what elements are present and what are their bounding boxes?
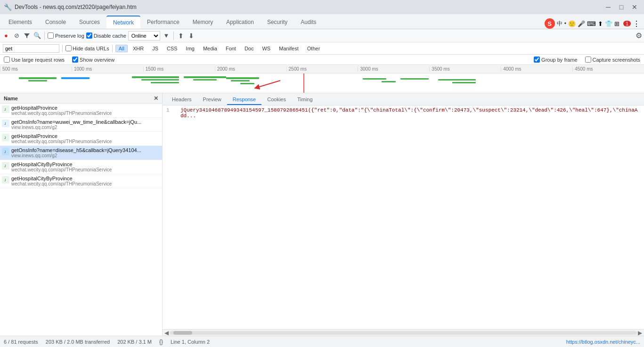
svg-text:J: J xyxy=(4,150,6,153)
use-large-rows-checkbox[interactable] xyxy=(4,56,10,63)
svg-rect-9 xyxy=(231,80,250,81)
hide-data-urls-label[interactable]: Hide data URLs xyxy=(65,45,109,51)
filter-other[interactable]: Other xyxy=(304,45,324,52)
mark-1000: 1000 ms xyxy=(72,66,143,72)
tab-application[interactable]: Application xyxy=(220,16,261,29)
tab-memory[interactable]: Memory xyxy=(186,16,220,29)
response-line: 1 jQuery341046878949343154597_1580792865… xyxy=(166,107,640,119)
hide-data-urls-checkbox[interactable] xyxy=(65,45,72,51)
filter-font[interactable]: Font xyxy=(222,45,239,52)
request-item[interactable]: J getHospitalProvince wechat.wecity.qq.c… xyxy=(0,132,162,146)
request-item[interactable]: J getHospitalProvince wechat.wecity.qq.c… xyxy=(0,104,162,118)
detail-tab-timing[interactable]: Timing xyxy=(292,95,318,105)
timeline-ruler: 500 ms 1000 ms 1500 ms 2000 ms 2500 ms 3… xyxy=(0,65,644,73)
close-detail-btn[interactable]: ✕ xyxy=(154,95,158,102)
request-item[interactable]: J getHospitalCityByProvince wechat.wecit… xyxy=(0,160,162,174)
request-icon: J xyxy=(2,105,9,113)
mark-500: 500 ms xyxy=(0,66,72,72)
filter-doc[interactable]: Doc xyxy=(241,45,257,52)
ext-icon-cn: 中 xyxy=(557,20,562,28)
tab-security[interactable]: Security xyxy=(261,16,294,29)
record-button[interactable]: ● xyxy=(2,32,10,40)
show-overview-label[interactable]: Show overview xyxy=(72,56,114,63)
filter-ws[interactable]: WS xyxy=(259,45,274,52)
capture-screenshots-label[interactable]: Capture screenshots xyxy=(585,56,641,63)
svg-rect-12 xyxy=(363,78,386,80)
detail-tab-headers[interactable]: Headers xyxy=(166,95,197,105)
show-overview-checkbox[interactable] xyxy=(72,56,78,63)
detail-tab-preview[interactable]: Preview xyxy=(197,95,227,105)
request-icon: J xyxy=(2,134,9,141)
filter-row: Hide data URLs All XHR JS CSS Img Media … xyxy=(0,42,644,55)
capture-screenshots-checkbox[interactable] xyxy=(585,56,591,63)
request-name: getHospitalProvince xyxy=(11,133,158,139)
throttle-dropdown[interactable]: ▼ xyxy=(162,32,171,40)
filter-icon-btn[interactable] xyxy=(23,32,31,40)
request-item[interactable]: J getOnsInfo?name=wuwei_ww_time_line&cal… xyxy=(0,118,162,132)
svg-text:J: J xyxy=(4,178,6,182)
group-by-frame-label[interactable]: Group by frame xyxy=(534,56,577,63)
tab-network[interactable]: Network xyxy=(106,16,140,29)
minimize-button[interactable]: ─ xyxy=(603,1,614,13)
request-item[interactable]: J getHospitalCityByProvince wechat.wecit… xyxy=(0,174,162,188)
tab-audits[interactable]: Audits xyxy=(294,16,323,29)
export-btn[interactable]: ⬇ xyxy=(187,32,196,40)
filter-img[interactable]: Img xyxy=(183,45,198,52)
request-icon: J xyxy=(2,148,9,155)
settings-icon[interactable]: ⋮ xyxy=(633,19,640,28)
filter-js[interactable]: JS xyxy=(149,45,162,52)
mark-1500: 1500 ms xyxy=(143,66,215,72)
settings-gear[interactable]: ⚙ xyxy=(636,31,642,40)
scroll-left-btn[interactable]: ◀ xyxy=(164,330,169,336)
filter-css[interactable]: CSS xyxy=(163,45,181,52)
group-by-frame-checkbox[interactable] xyxy=(534,56,540,63)
request-name: getHospitalCityByProvince xyxy=(11,176,158,181)
filter-manifest[interactable]: Manifest xyxy=(276,45,302,52)
svg-rect-5 xyxy=(151,82,179,83)
main-content: Name ✕ J getHospitalProvince wechat.weci… xyxy=(0,93,644,336)
mark-4500: 4500 ms xyxy=(572,66,644,72)
tab-performance[interactable]: Performance xyxy=(140,16,186,29)
svg-rect-0 xyxy=(19,77,57,79)
search-input[interactable] xyxy=(3,44,59,53)
curly-braces-icon: {} xyxy=(159,339,163,345)
search-btn[interactable]: 🔍 xyxy=(33,32,41,40)
maximize-button[interactable]: □ xyxy=(616,1,627,13)
devtools-tabs: Elements Console Sources Network Perform… xyxy=(0,14,644,29)
tab-elements[interactable]: Elements xyxy=(2,16,39,29)
use-large-rows-label[interactable]: Use large request rows xyxy=(4,56,65,63)
stop-button[interactable]: ⊘ xyxy=(12,32,21,40)
requests-list: J getHospitalProvince wechat.wecity.qq.c… xyxy=(0,104,162,336)
disable-cache-label[interactable]: Disable cache xyxy=(86,32,126,39)
scroll-right-btn[interactable]: ▶ xyxy=(638,330,642,336)
detail-content: 1 jQuery341046878949343154597_1580792865… xyxy=(163,105,644,329)
filter-all[interactable]: All xyxy=(115,45,128,52)
svg-rect-7 xyxy=(193,79,217,81)
filter-divider-2 xyxy=(112,45,113,52)
detail-tab-response[interactable]: Response xyxy=(227,95,262,105)
detail-tab-cookies[interactable]: Cookies xyxy=(261,95,292,105)
preserve-log-checkbox[interactable] xyxy=(48,32,54,39)
throttle-select[interactable]: Online Fast 3G Slow 3G Offline xyxy=(128,31,160,40)
titlebar-controls[interactable]: ─ □ ✕ xyxy=(603,1,640,13)
request-name: getHospitalProvince xyxy=(11,105,158,111)
filter-divider xyxy=(62,45,63,52)
disable-cache-checkbox[interactable] xyxy=(86,32,92,39)
request-item-selected[interactable]: J getOnsInfo?name=disease_h5&callback=jQ… xyxy=(0,146,162,160)
scrollbar-thumb[interactable] xyxy=(173,331,192,335)
tab-console[interactable]: Console xyxy=(39,16,73,29)
filter-xhr[interactable]: XHR xyxy=(130,45,147,52)
close-button[interactable]: ✕ xyxy=(629,1,640,13)
ext-icon-smile: 🙂 xyxy=(568,20,576,27)
scrollbar-track[interactable] xyxy=(170,331,637,335)
request-icon: J xyxy=(2,162,9,169)
import-btn[interactable]: ⬆ xyxy=(177,32,185,40)
preserve-log-label[interactable]: Preserve log xyxy=(48,32,84,39)
requests-count: 6 / 81 requests xyxy=(4,339,38,345)
mark-2000: 2000 ms xyxy=(215,66,286,72)
svg-rect-6 xyxy=(184,76,226,78)
request-url: wechat.wecity.qq.com/api/THPneumoniaServ… xyxy=(11,139,158,144)
svg-rect-15 xyxy=(438,79,476,81)
tab-sources[interactable]: Sources xyxy=(73,16,106,29)
filter-media[interactable]: Media xyxy=(200,45,220,52)
